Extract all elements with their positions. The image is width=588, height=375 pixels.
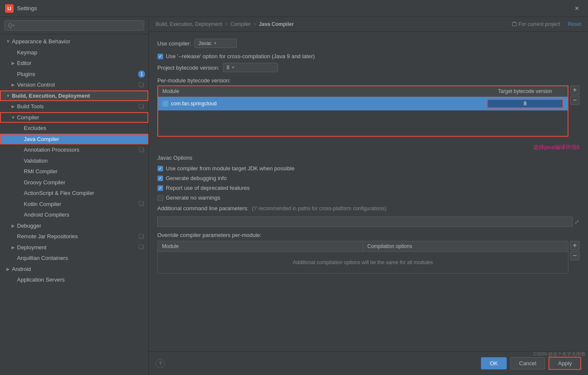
remove-override-button[interactable]: − [570, 251, 579, 260]
sidebar-item-remote-jar[interactable]: Remote Jar Repositories [0, 231, 148, 242]
release-option-checkbox[interactable] [157, 54, 163, 59]
svg-rect-5 [139, 104, 143, 108]
remove-module-button[interactable]: − [570, 96, 579, 105]
arrow-icon [17, 147, 23, 153]
svg-rect-3 [139, 82, 143, 86]
breadcrumb: Build, Execution, Deployment > Compiler … [149, 17, 588, 32]
sidebar-item-build-tools[interactable]: ▶ Build Tools [0, 101, 148, 112]
per-module-label-row: Per-module bytecode version: [157, 77, 579, 84]
arrow-icon [17, 212, 23, 218]
for-current-project: For current project [512, 21, 560, 27]
sidebar-item-appearance[interactable]: ▼ Appearance & Behavior [0, 36, 148, 47]
expand-icon[interactable]: ⤢ [574, 218, 579, 225]
bottom-bar: ? OK Cancel Apply [149, 351, 588, 375]
version-input[interactable] [487, 99, 563, 108]
sidebar-item-debugger[interactable]: ▶ Debugger [0, 220, 148, 231]
per-module-table-wrap: Module Target bytecode version com.fan.s… [157, 85, 568, 142]
sidebar-item-rmi[interactable]: RMI Compiler [0, 166, 148, 177]
sidebar-item-version-control[interactable]: ▶ Version Control [0, 79, 148, 90]
cmdline-label: Additional command line parameters: [157, 205, 249, 211]
sidebar-item-editor[interactable]: ▶ Editor [0, 58, 148, 69]
search-input[interactable] [4, 20, 144, 31]
report-deprecated-checkbox[interactable] [157, 185, 163, 191]
arrow-icon [10, 255, 16, 261]
override-col-module: Module [158, 241, 363, 251]
sidebar-item-build-exec[interactable]: ▼ Build, Execution, Deployment [0, 90, 148, 102]
svg-rect-15 [163, 102, 168, 106]
sidebar-item-annotation[interactable]: Annotation Processors [0, 144, 148, 155]
svg-rect-9 [139, 201, 143, 205]
per-module-section: Module Target bytecode version com.fan.s… [157, 85, 579, 142]
csdn-watermark: CSDN @这个名字无用着 [531, 350, 588, 358]
col-module: Module [158, 86, 483, 96]
sidebar-item-keymap[interactable]: Keymap [0, 47, 148, 58]
arrow-icon [10, 71, 16, 77]
sidebar-item-java-compiler[interactable]: Java Compiler [0, 134, 148, 145]
use-compiler-checkbox[interactable] [157, 166, 163, 172]
svg-rect-11 [139, 234, 143, 238]
add-override-button[interactable]: + [570, 241, 579, 250]
copy-icon [138, 147, 145, 153]
sidebar-item-kotlin[interactable]: Kotlin Compiler [0, 199, 148, 210]
arrow-icon [17, 201, 23, 207]
generate-debug-checkbox[interactable] [157, 175, 163, 181]
module-cell: com.fan.springcloud [158, 99, 483, 109]
apply-button[interactable]: Apply [548, 357, 581, 370]
app-icon: IJ [5, 4, 14, 13]
help-button[interactable]: ? [156, 359, 165, 368]
arrow-icon [10, 234, 16, 240]
window-title: Settings [17, 5, 571, 11]
override-col-options: Compilation options [363, 241, 568, 251]
override-table-row: Module Compilation options Additional co… [157, 241, 579, 273]
arrow-icon [17, 158, 23, 164]
javac-option-no-warnings: Generate no warnings [157, 195, 579, 201]
use-compiler-label: Use compiler: [157, 40, 191, 47]
per-module-label: Per-module bytecode version: [157, 77, 231, 84]
cancel-button[interactable]: Cancel [510, 357, 545, 369]
sidebar-item-arquillian[interactable]: Arquillian Containers [0, 253, 148, 264]
add-module-button[interactable]: + [570, 85, 579, 95]
override-header: Module Compilation options [158, 241, 568, 252]
arrow-icon [10, 49, 16, 55]
sidebar-item-plugins[interactable]: Plugins 1 [0, 69, 148, 80]
arrow-icon [17, 136, 23, 142]
titlebar: IJ Settings × [0, 0, 588, 17]
arrow-icon: ▶ [10, 104, 16, 110]
close-button[interactable]: × [571, 3, 583, 14]
cmdline-input[interactable] [157, 217, 573, 227]
override-empty-text: Additional compilation options will be t… [158, 252, 568, 273]
sidebar-item-actionscript[interactable]: ActionScript & Flex Compiler [0, 188, 148, 199]
ok-button[interactable]: OK [481, 357, 507, 369]
sidebar-tree: ▼ Appearance & Behavior Keymap ▶ Editor [0, 34, 148, 375]
reset-link[interactable]: Reset [568, 21, 581, 27]
copy-icon [138, 200, 145, 207]
arrow-icon [17, 125, 23, 131]
sidebar-item-excludes[interactable]: Excludes [0, 123, 148, 134]
sidebar-item-deployment[interactable]: ▶ Deployment [0, 242, 148, 253]
arrow-icon: ▼ [5, 39, 11, 45]
dropdown-arrow-icon: ▼ [213, 41, 217, 45]
bc-sep2: > [253, 21, 256, 27]
copy-icon [138, 233, 145, 240]
sidebar-item-groovy[interactable]: Groovy Compiler [0, 177, 148, 188]
sidebar-item-android-compilers[interactable]: Android Compilers [0, 209, 148, 220]
help-area: ? [156, 359, 165, 368]
arrow-icon [10, 277, 16, 283]
sidebar-item-compiler[interactable]: ▼ Compiler [0, 112, 148, 123]
compiler-select[interactable]: Javac ▼ [194, 39, 237, 48]
arrow-icon: ▶ [10, 82, 16, 88]
cmdline-section: Additional command line parameters: ('/'… [157, 205, 579, 227]
main-panel: Build, Execution, Deployment > Compiler … [149, 17, 588, 375]
sidebar-item-android[interactable]: ▶ Android [0, 264, 148, 275]
svg-rect-13 [139, 245, 143, 248]
panel-content: Use compiler: Javac ▼ Use '--release' op… [149, 32, 588, 351]
cmdline-hint: ('/' recommended in paths for cross-plat… [252, 206, 386, 211]
sidebar-item-app-servers[interactable]: Application Servers [0, 274, 148, 285]
bytecode-version-select[interactable]: 8 ▼ [223, 63, 278, 72]
arrow-icon [17, 179, 23, 185]
breadcrumb-part2: Compiler [230, 21, 251, 27]
no-warnings-checkbox[interactable] [157, 195, 163, 201]
breadcrumb-part3: Java Compiler [259, 21, 294, 27]
sidebar-item-validation[interactable]: Validation [0, 155, 148, 166]
table-row[interactable]: com.fan.springcloud [158, 97, 568, 110]
